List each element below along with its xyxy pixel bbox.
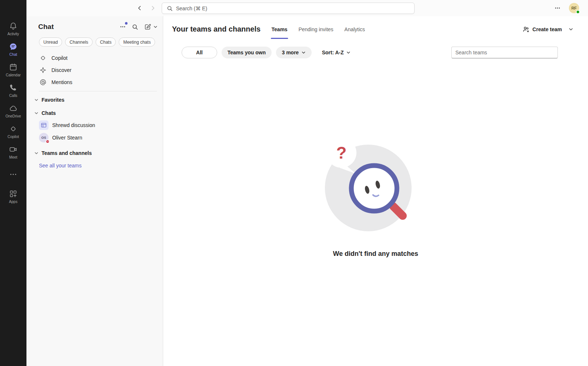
back-button[interactable]	[136, 4, 143, 12]
copilot-icon	[39, 54, 47, 62]
user-avatar[interactable]: RF	[569, 3, 579, 13]
rail-item-label: Calendar	[6, 73, 21, 77]
avatar-initials: RF	[571, 6, 577, 10]
new-chat-button[interactable]	[144, 23, 158, 30]
sidebar-item-label: Mentions	[51, 79, 72, 85]
topbar-right-actions: RF	[554, 0, 579, 16]
sidebar-item-label: Discover	[51, 67, 71, 73]
search-teams-input[interactable]	[451, 47, 558, 58]
rail-item-label: Activity	[7, 32, 19, 36]
filter-pill-meeting-chats[interactable]: Meeting chats	[119, 37, 155, 47]
rail-item-label: Chat	[9, 52, 17, 57]
copilot-icon	[9, 124, 18, 133]
global-search-box[interactable]: Search (⌘ E)	[162, 3, 415, 14]
filter-more-button[interactable]: 3 more	[276, 47, 312, 58]
chat-list-item-oliver-stearn[interactable]: OS Oliver Stearn	[33, 131, 158, 144]
notification-dot	[125, 22, 128, 25]
section-chats[interactable]: Chats	[33, 107, 158, 119]
sidebar-item-discover[interactable]: Discover	[33, 64, 158, 76]
apps-grid-icon	[9, 189, 18, 198]
presence-available-badge	[576, 10, 580, 14]
settings-more-icon[interactable]	[554, 5, 561, 11]
phone-icon	[9, 83, 18, 92]
sidebar-item-mentions[interactable]: Mentions	[33, 76, 158, 88]
chat-item-label: Shrewd discussion	[52, 122, 95, 128]
section-teams-and-channels[interactable]: Teams and channels	[33, 147, 158, 159]
filter-more-label: 3 more	[282, 50, 299, 55]
sort-button[interactable]: Sort: A-Z	[322, 50, 351, 55]
teams-filter-bar: All Teams you own 3 more Sort: A-Z	[163, 39, 588, 58]
avatar-initials: OS	[41, 136, 46, 139]
filter-search-icon[interactable]	[132, 24, 138, 30]
section-label: Chats	[42, 110, 56, 116]
rail-item-more[interactable]	[0, 167, 26, 182]
rail-item-label: Copilot	[7, 135, 19, 139]
sort-label: Sort: A-Z	[322, 50, 344, 55]
rail-item-label: Apps	[9, 200, 18, 204]
contact-avatar: OS	[39, 133, 49, 142]
top-bar: Search (⌘ E) RF	[26, 0, 588, 16]
rail-item-apps[interactable]: Apps	[0, 186, 26, 207]
at-mention-icon	[39, 79, 47, 86]
sidebar-divider	[39, 91, 157, 91]
chevron-down-icon	[34, 98, 39, 102]
no-matches-illustration: ?	[320, 135, 431, 235]
chevron-down-icon	[153, 25, 158, 29]
section-favorites[interactable]: Favorites	[33, 94, 158, 106]
filter-pill-channels[interactable]: Channels	[65, 37, 93, 47]
sparkle-icon	[39, 66, 47, 74]
chevron-down-icon	[346, 50, 351, 55]
rail-item-label: OneDrive	[6, 114, 21, 118]
sidebar-item-label: Copilot	[51, 55, 68, 61]
tab-teams[interactable]: Teams	[272, 26, 287, 32]
empty-state: ? We didn't find any matches	[163, 135, 588, 258]
video-camera-icon	[9, 145, 18, 154]
rail-item-calls[interactable]: Calls	[0, 80, 26, 101]
question-mark: ?	[336, 143, 347, 162]
teams-app-window: Activity Chat Calendar Calls OneDrive	[0, 0, 588, 366]
create-team-chevron-icon[interactable]	[569, 27, 573, 32]
rail-item-copilot[interactable]: Copilot	[0, 121, 26, 142]
global-search-placeholder: Search (⌘ E)	[176, 6, 207, 11]
rail-item-label: Meet	[9, 155, 17, 159]
forward-button[interactable]	[149, 4, 157, 12]
filter-pill-unread[interactable]: Unread	[39, 37, 62, 47]
filter-pill-chats[interactable]: Chats	[96, 37, 116, 47]
rail-item-meet[interactable]: Meet	[0, 142, 26, 162]
rail-item-onedrive[interactable]: OneDrive	[0, 101, 26, 121]
history-navigation	[136, 0, 157, 16]
bell-icon	[9, 22, 18, 30]
filter-all-button[interactable]: All	[182, 47, 217, 58]
empty-state-message: We didn't find any matches	[333, 250, 418, 258]
rail-item-activity[interactable]: Activity	[0, 18, 26, 39]
filter-teams-you-own-button[interactable]: Teams you own	[222, 47, 272, 58]
teams-main-panel: Your teams and channels Teams Pending in…	[163, 16, 588, 366]
chevron-down-icon	[34, 111, 39, 115]
sidebar-item-copilot[interactable]: Copilot	[33, 52, 158, 64]
sidebar-title: Chat	[38, 23, 119, 31]
see-all-teams-link[interactable]: See all your teams	[39, 163, 82, 168]
chevron-down-icon	[34, 151, 39, 155]
page-title: Your teams and channels	[172, 25, 261, 33]
tab-pending-invites[interactable]: Pending invites	[298, 26, 333, 32]
chat-filters-more-icon[interactable]	[119, 23, 126, 30]
rail-item-label: Calls	[9, 94, 17, 98]
tab-analytics[interactable]: Analytics	[344, 26, 365, 32]
people-add-icon	[522, 26, 530, 33]
search-icon	[167, 6, 173, 11]
rail-item-calendar[interactable]: Calendar	[0, 59, 26, 80]
chat-list-item-shrewd-discussion[interactable]: Shrewd discussion	[33, 119, 158, 131]
app-rail: Activity Chat Calendar Calls OneDrive	[0, 0, 26, 366]
section-label: Teams and channels	[42, 150, 92, 156]
chevron-down-icon	[301, 50, 306, 55]
cloud-icon	[9, 104, 18, 113]
main-header: Your teams and channels Teams Pending in…	[163, 16, 588, 39]
section-label: Favorites	[42, 97, 64, 103]
chat-bubble-icon	[9, 42, 18, 51]
chat-sidebar: Chat	[26, 16, 163, 366]
rail-item-chat[interactable]: Chat	[0, 39, 26, 59]
sidebar-header: Chat	[33, 23, 158, 31]
group-chat-icon	[39, 120, 49, 130]
more-horizontal-icon	[9, 170, 18, 179]
create-team-button[interactable]: Create team	[522, 26, 562, 33]
